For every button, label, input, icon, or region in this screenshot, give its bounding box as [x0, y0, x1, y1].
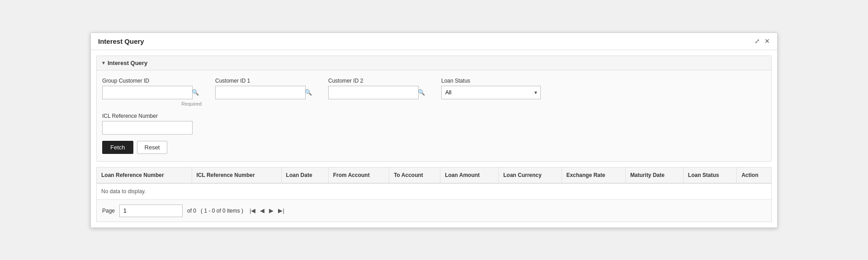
form-row-2: ICL Reference Number [102, 113, 766, 135]
modal-header-actions: ⤢ ✕ [755, 37, 770, 45]
customer-id-2-wrapper: 🔍 [328, 86, 428, 99]
nav-buttons: |◀ ◀ ▶ ▶| [248, 206, 286, 215]
no-data-row: No data to display. [97, 183, 771, 200]
page-input[interactable] [119, 204, 183, 217]
section-title: Interest Query [108, 60, 147, 66]
group-customer-id-label: Group Customer ID [102, 78, 202, 84]
table-section: Loan Reference Number ICL Reference Numb… [96, 167, 772, 222]
next-page-button[interactable]: ▶ [267, 206, 275, 215]
col-loan-date: Loan Date [281, 167, 328, 183]
col-loan-currency: Loan Currency [499, 167, 561, 183]
table-header-row: Loan Reference Number ICL Reference Numb… [97, 167, 771, 183]
icl-reference-label: ICL Reference Number [102, 113, 202, 119]
col-action: Action [737, 167, 771, 183]
section-header[interactable]: ▾ Interest Query [97, 56, 771, 70]
button-row: Fetch Reset [102, 141, 766, 154]
customer-id-2-group: Customer ID 2 🔍 [328, 78, 428, 99]
prev-page-button[interactable]: ◀ [258, 206, 266, 215]
loan-status-wrapper: All Active Closed Pending ▾ [441, 86, 541, 99]
col-loan-amount: Loan Amount [440, 167, 499, 183]
table-body: No data to display. [97, 183, 771, 200]
section-body: Group Customer ID 🔍 Required Customer ID… [97, 70, 771, 161]
group-customer-id-group: Group Customer ID 🔍 Required [102, 78, 202, 107]
interest-query-section: ▾ Interest Query Group Customer ID 🔍 Req… [96, 56, 772, 162]
chevron-icon: ▾ [102, 60, 105, 66]
col-loan-status: Loan Status [683, 167, 736, 183]
first-page-button[interactable]: |◀ [248, 206, 257, 215]
no-data-text: No data to display. [97, 183, 771, 200]
customer-id-1-input[interactable] [215, 86, 306, 99]
customer-id-1-wrapper: 🔍 [215, 86, 315, 99]
reset-button[interactable]: Reset [137, 141, 168, 154]
close-icon[interactable]: ✕ [764, 37, 770, 45]
of-text: of 0 [187, 208, 196, 214]
icl-reference-input[interactable] [102, 121, 193, 135]
loan-status-label: Loan Status [441, 78, 541, 84]
group-customer-id-search-icon[interactable]: 🔍 [192, 89, 199, 96]
last-page-button[interactable]: ▶| [276, 206, 286, 215]
expand-icon[interactable]: ⤢ [755, 37, 760, 45]
modal-title: Interest Query [98, 37, 144, 45]
icl-reference-group: ICL Reference Number [102, 113, 202, 135]
group-customer-id-input[interactable] [102, 86, 193, 99]
modal-container: Interest Query ⤢ ✕ ▾ Interest Query Grou… [90, 32, 778, 228]
form-row-1: Group Customer ID 🔍 Required Customer ID… [102, 78, 766, 107]
customer-id-2-input[interactable] [328, 86, 419, 99]
customer-id-2-search-icon[interactable]: 🔍 [418, 89, 425, 96]
col-exchange-rate: Exchange Rate [561, 167, 625, 183]
customer-id-1-search-icon[interactable]: 🔍 [305, 89, 312, 96]
modal-header: Interest Query ⤢ ✕ [91, 33, 777, 50]
loan-status-select[interactable]: All Active Closed Pending [441, 86, 541, 99]
group-customer-id-wrapper: 🔍 [102, 86, 202, 99]
data-table: Loan Reference Number ICL Reference Numb… [97, 167, 771, 200]
loan-status-group: Loan Status All Active Closed Pending ▾ [441, 78, 541, 99]
col-to-account: To Account [389, 167, 440, 183]
customer-id-1-group: Customer ID 1 🔍 [215, 78, 315, 99]
items-text: ( 1 - 0 of 0 items ) [201, 208, 243, 214]
customer-id-1-label: Customer ID 1 [215, 78, 315, 84]
customer-id-2-label: Customer ID 2 [328, 78, 428, 84]
col-loan-reference-number: Loan Reference Number [97, 167, 192, 183]
col-maturity-date: Maturity Date [625, 167, 683, 183]
page-label: Page [102, 208, 115, 214]
group-customer-id-required: Required [102, 101, 202, 107]
fetch-button[interactable]: Fetch [102, 141, 133, 154]
col-icl-reference-number: ICL Reference Number [192, 167, 281, 183]
col-from-account: From Account [328, 167, 389, 183]
pagination: Page of 0 ( 1 - 0 of 0 items ) |◀ ◀ ▶ ▶| [97, 200, 771, 222]
